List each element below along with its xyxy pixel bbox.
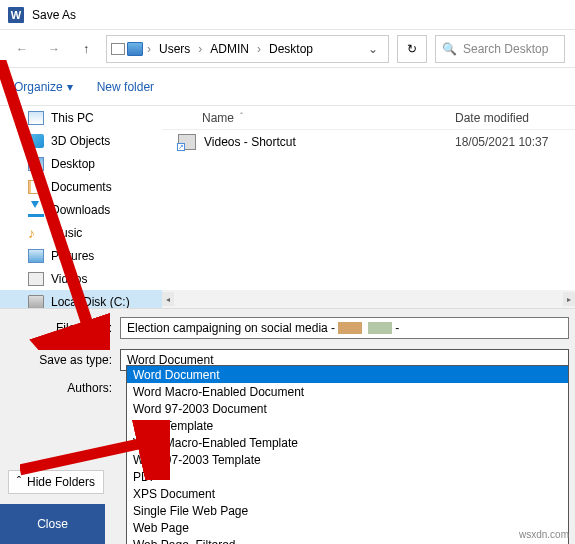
chevron-down-icon: ▾ <box>67 80 73 94</box>
window-title: Save As <box>32 8 76 22</box>
path-separator: › <box>196 42 204 56</box>
desktop-icon <box>28 157 44 171</box>
breadcrumb[interactable]: ADMIN <box>206 40 253 58</box>
sidebar-item-label: Music <box>51 226 82 240</box>
sidebar-item-local-disk[interactable]: Local Disk (C:) <box>0 290 162 308</box>
redaction-block <box>338 322 362 334</box>
link-overlay-icon: ↗ <box>177 143 185 151</box>
music-icon: ♪ <box>28 226 44 240</box>
filename-label: File name: <box>0 321 120 335</box>
documents-icon <box>28 180 44 194</box>
shortcut-icon: ↗ <box>178 134 196 150</box>
address-dropdown-icon[interactable]: ⌄ <box>362 42 384 56</box>
type-option[interactable]: Single File Web Page <box>127 502 568 519</box>
path-separator: › <box>255 42 263 56</box>
search-placeholder: Search Desktop <box>463 42 548 56</box>
type-option[interactable]: Web Page <box>127 519 568 536</box>
type-option[interactable]: Web Page, Filtered <box>127 536 568 544</box>
address-bar[interactable]: › Users › ADMIN › Desktop ⌄ <box>106 35 389 63</box>
sidebar-item-downloads[interactable]: Downloads <box>0 198 162 221</box>
breadcrumb[interactable]: Users <box>155 40 194 58</box>
3d-objects-icon <box>28 134 44 148</box>
pc-icon <box>111 43 125 55</box>
sidebar-item-music[interactable]: ♪Music <box>0 221 162 244</box>
sidebar: This PC 3D Objects Desktop Documents Dow… <box>0 106 162 308</box>
organize-label: Organize <box>14 80 63 94</box>
file-date: 18/05/2021 10:37 <box>455 135 575 149</box>
refresh-button[interactable]: ↻ <box>397 35 427 63</box>
type-option[interactable]: Word 97-2003 Document <box>127 400 568 417</box>
up-button[interactable]: ↑ <box>74 37 98 61</box>
scroll-right-icon[interactable]: ▸ <box>563 292 575 306</box>
path-separator: › <box>145 42 153 56</box>
horizontal-scrollbar[interactable]: ◂ ▸ <box>162 290 575 308</box>
sidebar-item-label: Desktop <box>51 157 95 171</box>
type-option[interactable]: PDF <box>127 468 568 485</box>
type-label: Save as type: <box>0 353 120 367</box>
chevron-up-icon: ˆ <box>17 475 21 489</box>
sidebar-item-videos[interactable]: Videos <box>0 267 162 290</box>
forward-button[interactable]: → <box>42 37 66 61</box>
authors-label: Authors: <box>0 381 120 395</box>
hide-folders-label: Hide Folders <box>27 475 95 489</box>
type-option[interactable]: XPS Document <box>127 485 568 502</box>
type-option[interactable]: Word Template <box>127 417 568 434</box>
filename-field[interactable]: Election campaigning on social media -- <box>120 317 569 339</box>
toolbar: Organize ▾ New folder <box>0 68 575 106</box>
watermark: wsxdn.com <box>519 529 569 540</box>
sidebar-item-label: Pictures <box>51 249 94 263</box>
file-list-header: Nameˆ Date modified <box>162 106 575 130</box>
sidebar-item-desktop[interactable]: Desktop <box>0 152 162 175</box>
sidebar-item-label: Documents <box>51 180 112 194</box>
word-app-icon: W <box>8 7 24 23</box>
close-label: Close <box>37 517 68 531</box>
search-input[interactable]: 🔍 Search Desktop <box>435 35 565 63</box>
scroll-left-icon[interactable]: ◂ <box>162 292 174 306</box>
type-option[interactable]: Word Document <box>127 366 568 383</box>
type-dropdown-list: Word Document Word Macro-Enabled Documen… <box>126 365 569 544</box>
pictures-icon <box>28 249 44 263</box>
title-bar: W Save As <box>0 0 575 30</box>
new-folder-button[interactable]: New folder <box>97 80 154 94</box>
disk-icon <box>28 295 44 309</box>
filename-row: File name: Election campaigning on socia… <box>0 315 575 341</box>
column-name-label: Name <box>202 111 234 125</box>
type-option[interactable]: Word Macro-Enabled Document <box>127 383 568 400</box>
type-option[interactable]: Word 97-2003 Template <box>127 451 568 468</box>
redaction-block <box>368 322 392 334</box>
hide-folders-button[interactable]: ˆ Hide Folders <box>8 470 104 494</box>
pc-icon <box>28 111 44 125</box>
downloads-icon <box>28 203 44 217</box>
type-option[interactable]: Word Macro-Enabled Template <box>127 434 568 451</box>
sidebar-item-documents[interactable]: Documents <box>0 175 162 198</box>
sidebar-item-label: Downloads <box>51 203 110 217</box>
close-button[interactable]: Close <box>0 504 105 544</box>
filename-value: Election campaigning on social media - <box>127 321 335 335</box>
file-name: Videos - Shortcut <box>204 135 296 149</box>
sidebar-item-label: 3D Objects <box>51 134 110 148</box>
content-area: This PC 3D Objects Desktop Documents Dow… <box>0 106 575 308</box>
sidebar-item-this-pc[interactable]: This PC <box>0 106 162 129</box>
back-button[interactable]: ← <box>10 37 34 61</box>
column-name-header[interactable]: Nameˆ <box>162 111 455 125</box>
videos-icon <box>28 272 44 286</box>
sidebar-item-3d-objects[interactable]: 3D Objects <box>0 129 162 152</box>
search-icon: 🔍 <box>442 42 457 56</box>
sidebar-item-label: Videos <box>51 272 87 286</box>
nav-row: ← → ↑ › Users › ADMIN › Desktop ⌄ ↻ 🔍 Se… <box>0 30 575 68</box>
file-list: Nameˆ Date modified ↗ Videos - Shortcut … <box>162 106 575 308</box>
drive-icon <box>127 42 143 56</box>
organize-menu[interactable]: Organize ▾ <box>14 80 73 94</box>
list-item[interactable]: ↗ Videos - Shortcut 18/05/2021 10:37 <box>162 130 575 154</box>
sidebar-item-label: Local Disk (C:) <box>51 295 130 309</box>
column-date-header[interactable]: Date modified <box>455 111 575 125</box>
sort-indicator-icon: ˆ <box>240 111 243 125</box>
sidebar-item-pictures[interactable]: Pictures <box>0 244 162 267</box>
breadcrumb[interactable]: Desktop <box>265 40 317 58</box>
form-pane: File name: Election campaigning on socia… <box>0 308 575 544</box>
sidebar-item-label: This PC <box>51 111 94 125</box>
